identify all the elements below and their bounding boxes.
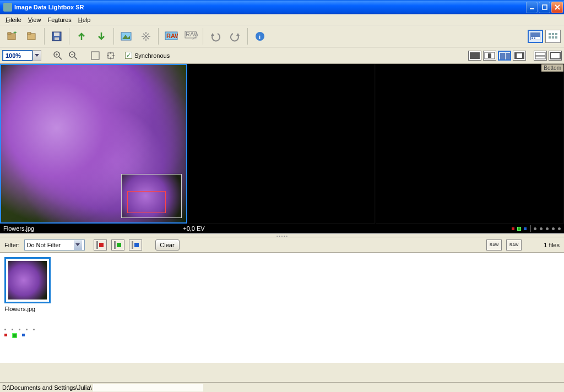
picture-icon	[120, 30, 132, 42]
thumbnail-label: Flowers.jpg	[4, 306, 560, 312]
svg-rect-8	[54, 32, 59, 36]
view-grid-button[interactable]	[545, 30, 561, 43]
filter-green-button[interactable]	[111, 239, 124, 251]
zoom-out-icon	[68, 51, 78, 61]
synchronous-checkbox[interactable]: ✓	[125, 52, 132, 59]
fit-icon	[90, 51, 100, 61]
thumbnail-rating-dots	[4, 329, 560, 330]
zoom-toolbar: 100% ✓ Synchronous	[0, 47, 564, 64]
layout-center-button[interactable]	[483, 51, 496, 61]
layout-box-button[interactable]	[513, 51, 526, 61]
svg-rect-5	[28, 34, 35, 40]
raw-settings-button[interactable]: RAW	[182, 28, 199, 45]
raw-mode-2-button[interactable]: RAW	[506, 239, 522, 251]
zoom-in-button[interactable]	[51, 49, 64, 62]
process-button[interactable]	[137, 28, 155, 45]
viewer-pane-2[interactable]	[188, 64, 375, 224]
zoom-percent-field[interactable]: 100%	[2, 50, 33, 61]
minimize-button[interactable]	[526, 2, 538, 13]
folder-icon	[26, 30, 38, 42]
info-button[interactable]: i	[251, 28, 269, 45]
filter-blue-button[interactable]	[129, 239, 142, 251]
save-button[interactable]	[48, 28, 66, 45]
rotate-right-button[interactable]	[226, 28, 244, 45]
zoom-out-button[interactable]	[67, 49, 80, 62]
fit-window-button[interactable]	[89, 49, 102, 62]
svg-point-12	[145, 35, 147, 37]
splitter-grip[interactable]: • • • • •	[0, 233, 564, 237]
sparkle-icon	[140, 30, 152, 42]
zoom-dropdown[interactable]	[32, 50, 41, 61]
navigator-rect[interactable]	[127, 191, 166, 213]
viewer-info-bar: Flowers.jpg +0,0 EV	[0, 224, 564, 233]
svg-rect-53	[535, 56, 545, 59]
thumbnail-panel: Flowers.jpg	[0, 253, 564, 363]
export-button[interactable]	[73, 28, 90, 45]
svg-rect-49	[506, 53, 510, 59]
svg-rect-0	[530, 8, 534, 9]
exposure-value: +0,0 EV	[183, 225, 204, 232]
svg-rect-1	[543, 5, 547, 9]
rating-dots	[512, 225, 561, 232]
menu-view[interactable]: View	[25, 15, 45, 24]
layout-full-button[interactable]	[549, 51, 562, 61]
floppy-icon	[51, 30, 63, 42]
thumb-tag-blue	[22, 334, 25, 336]
viewer-pane-1[interactable]	[0, 64, 187, 224]
titlebar: Image Data Lightbox SR	[0, 0, 564, 14]
svg-text:+: +	[13, 30, 17, 36]
app-icon	[3, 3, 12, 12]
menu-help[interactable]: Help	[75, 15, 94, 24]
open-folder-button[interactable]	[23, 28, 41, 45]
clear-button[interactable]: Clear	[155, 239, 180, 251]
svg-marker-55	[75, 243, 80, 246]
raw-icon: RAW	[165, 30, 177, 42]
bottom-tag: Bottom	[541, 64, 563, 72]
svg-rect-24	[534, 37, 535, 39]
fit-actual-button[interactable]	[104, 49, 117, 62]
dot-blue	[524, 227, 527, 230]
filter-red-button[interactable]	[94, 239, 107, 251]
chevron-down-icon	[74, 240, 82, 250]
rotate-left-button[interactable]	[207, 28, 224, 45]
view-thumbnails-button[interactable]	[528, 30, 543, 43]
svg-rect-28	[549, 36, 551, 39]
raw-mode-1-button[interactable]: RAW	[486, 239, 502, 251]
arrow-down-icon	[95, 30, 107, 42]
close-button[interactable]	[551, 2, 563, 13]
svg-rect-23	[532, 37, 533, 39]
svg-marker-18	[236, 33, 240, 36]
maximize-button[interactable]	[539, 2, 550, 13]
raw-button[interactable]: RAW	[162, 28, 180, 45]
svg-rect-51	[517, 53, 522, 58]
raw-settings-icon: RAW	[185, 30, 197, 42]
navigator-thumbnail[interactable]	[121, 174, 182, 218]
new-folder-button[interactable]: +	[3, 28, 21, 45]
arrow-up-icon	[75, 30, 88, 42]
import-button[interactable]	[93, 28, 110, 45]
thumbnail-item[interactable]	[4, 257, 51, 303]
layout-single-button[interactable]	[468, 51, 481, 61]
menu-file[interactable]: Fileile	[2, 15, 25, 24]
thumb-tag-red	[4, 334, 7, 336]
svg-rect-39	[91, 52, 99, 59]
filter-select[interactable]: Do Not Filter	[24, 239, 85, 251]
info-icon: i	[254, 30, 266, 42]
zoom-in-icon	[53, 51, 63, 61]
dot-red	[512, 227, 514, 230]
svg-rect-26	[552, 33, 554, 35]
svg-rect-54	[550, 52, 560, 59]
layout-split-h-button[interactable]	[534, 51, 547, 61]
svg-text:RAW: RAW	[166, 32, 178, 39]
svg-line-33	[59, 57, 62, 59]
image-button[interactable]	[117, 28, 135, 45]
svg-rect-30	[555, 36, 557, 39]
main-toolbar: + RAW RAW i	[0, 25, 564, 47]
filter-bar: Filter: Do Not Filter Clear RAW RAW 1 fi…	[0, 237, 564, 253]
layout-split-v-button[interactable]	[498, 51, 511, 61]
viewer-pane-3[interactable]: Bottom	[376, 64, 564, 224]
svg-marker-31	[35, 54, 39, 57]
svg-rect-6	[28, 32, 31, 34]
svg-rect-47	[488, 53, 491, 58]
menu-features[interactable]: Features	[44, 15, 74, 24]
